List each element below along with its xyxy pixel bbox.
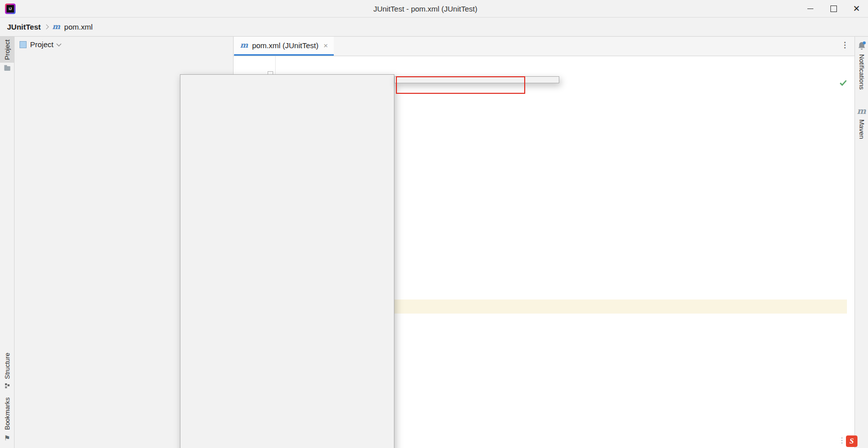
context-menu bbox=[180, 74, 394, 448]
minimize-icon bbox=[807, 9, 813, 9]
window-title: JUnitTest - pom.xml (JUnitTest) bbox=[373, 5, 478, 13]
project-panel-header: Project bbox=[15, 37, 233, 52]
annotation-highlight-box bbox=[396, 76, 525, 94]
structure-tab-label: Structure bbox=[4, 353, 11, 379]
window-controls: ✕ bbox=[799, 0, 868, 17]
inspections-ok-check-icon[interactable] bbox=[839, 78, 847, 88]
maximize-icon bbox=[830, 6, 837, 12]
tool-tab-maven[interactable]: m Maven bbox=[855, 107, 868, 139]
notifications-tab-label: Notifications bbox=[858, 54, 865, 90]
tool-tab-structure[interactable]: Structure bbox=[0, 353, 14, 385]
tab-label: pom.xml (JUnitTest) bbox=[252, 41, 319, 50]
maven-tool-icon: m bbox=[857, 107, 866, 115]
close-icon: ✕ bbox=[853, 4, 860, 14]
navigation-bar: JUnitTest m pom.xml bbox=[0, 18, 868, 37]
maven-icon: m bbox=[52, 23, 60, 31]
project-tab-label: Project bbox=[4, 40, 11, 60]
maven-icon: m bbox=[240, 42, 248, 49]
chevron-down-icon bbox=[56, 41, 61, 46]
breadcrumb: JUnitTest m pom.xml bbox=[7, 18, 93, 36]
minimize-button[interactable] bbox=[799, 0, 822, 17]
bookmarks-tab-label: Bookmarks bbox=[4, 397, 11, 430]
ime-drag-handle bbox=[841, 437, 842, 438]
maximize-button[interactable] bbox=[822, 0, 845, 17]
tool-tab-notifications[interactable]: Notifications bbox=[855, 41, 868, 90]
bookmark-icon: ⚑ bbox=[4, 434, 11, 442]
tool-tab-project[interactable]: Project bbox=[0, 37, 14, 63]
breadcrumb-chevron-icon bbox=[44, 25, 49, 30]
highlighted-line-band bbox=[394, 300, 847, 314]
tool-tab-bookmarks[interactable]: Bookmarks ⚑ bbox=[0, 397, 14, 442]
bell-icon bbox=[857, 41, 866, 50]
project-panel-title[interactable]: Project bbox=[30, 40, 54, 49]
tool-window-icon bbox=[20, 41, 27, 48]
title-bar: IJ JUnitTest - pom.xml (JUnitTest) ✕ bbox=[0, 0, 868, 18]
project-tab-folder-icon bbox=[0, 65, 14, 71]
ide-window: IJ JUnitTest - pom.xml (JUnitTest) ✕ JUn… bbox=[0, 0, 868, 448]
tab-close-icon[interactable]: × bbox=[323, 41, 328, 50]
structure-icon bbox=[5, 383, 7, 385]
editor-options-kebab-icon[interactable]: ⋮ bbox=[841, 40, 849, 50]
editor-tab-bar: m pom.xml (JUnitTest) × ⋮ bbox=[233, 37, 855, 56]
close-button[interactable]: ✕ bbox=[845, 0, 868, 17]
ime-sogou-badge[interactable]: S bbox=[846, 435, 857, 447]
breadcrumb-file[interactable]: pom.xml bbox=[64, 23, 93, 31]
breadcrumb-project[interactable]: JUnitTest bbox=[7, 23, 41, 31]
intellij-logo-icon: IJ bbox=[5, 4, 16, 14]
right-tool-strip: Notifications m Maven bbox=[854, 37, 868, 448]
maven-tab-label: Maven bbox=[858, 119, 865, 139]
left-tool-strip: Project Structure Bookmarks ⚑ bbox=[0, 37, 15, 448]
tab-pom-xml[interactable]: m pom.xml (JUnitTest) × bbox=[234, 37, 334, 56]
